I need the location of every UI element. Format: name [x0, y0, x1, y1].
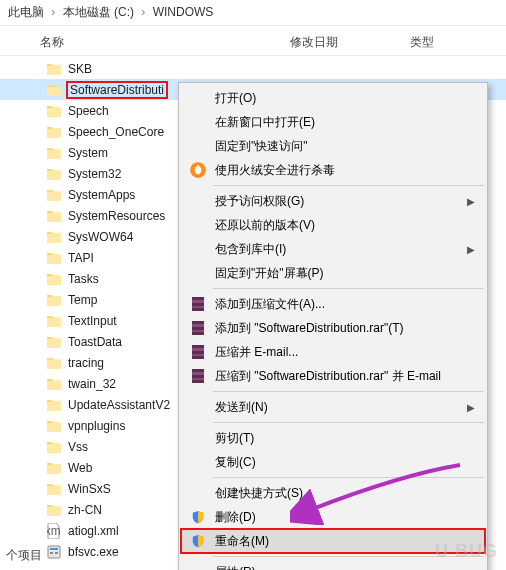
- file-name-label: SoftwareDistributi: [66, 81, 168, 99]
- menu-separator: [213, 477, 484, 478]
- folder-icon: [46, 187, 62, 203]
- huorong-icon: [189, 161, 207, 179]
- menu-restore-previous[interactable]: 还原以前的版本(V): [181, 213, 485, 237]
- folder-icon: [46, 145, 62, 161]
- menu-pin-quick-access[interactable]: 固定到"快速访问": [181, 134, 485, 158]
- menu-add-archive[interactable]: 添加到压缩文件(A)...: [181, 292, 485, 316]
- menu-grant-access[interactable]: 授予访问权限(G)▶: [181, 189, 485, 213]
- breadcrumb-seg-1[interactable]: 此电脑: [8, 5, 44, 19]
- svg-rect-2: [50, 548, 58, 550]
- rar-icon: [189, 343, 207, 361]
- menu-send-to[interactable]: 发送到(N)▶: [181, 395, 485, 419]
- folder-icon: [46, 229, 62, 245]
- submenu-arrow-icon: ▶: [467, 244, 475, 255]
- file-name-label: Web: [68, 461, 92, 475]
- menu-rename[interactable]: 重命名(M): [181, 529, 485, 553]
- menu-compress-email-named[interactable]: 压缩到 "SoftwareDistribution.rar" 并 E-mail: [181, 364, 485, 388]
- file-name-label: UpdateAssistantV2: [68, 398, 170, 412]
- submenu-arrow-icon: ▶: [467, 196, 475, 207]
- menu-cut[interactable]: 剪切(T): [181, 426, 485, 450]
- file-name-label: twain_32: [68, 377, 116, 391]
- folder-icon: [46, 481, 62, 497]
- file-name-label: zh-CN: [68, 503, 102, 517]
- folder-icon: [46, 292, 62, 308]
- svg-rect-13: [192, 332, 204, 335]
- menu-properties[interactable]: 属性(R): [181, 560, 485, 570]
- menu-delete[interactable]: 删除(D): [181, 505, 485, 529]
- svg-rect-1: [48, 546, 60, 558]
- menu-copy[interactable]: 复制(C): [181, 450, 485, 474]
- menu-separator: [213, 288, 484, 289]
- file-name-label: vpnplugins: [68, 419, 125, 433]
- col-name[interactable]: 名称: [0, 34, 290, 51]
- chevron-right-icon: ›: [51, 5, 55, 19]
- folder-icon: [46, 166, 62, 182]
- rar-icon: [189, 295, 207, 313]
- menu-create-shortcut[interactable]: 创建快捷方式(S): [181, 481, 485, 505]
- menu-huorong-scan[interactable]: 使用火绒安全进行杀毒: [181, 158, 485, 182]
- breadcrumb-seg-3[interactable]: WINDOWS: [153, 5, 214, 19]
- svg-rect-21: [192, 380, 204, 383]
- file-name-label: Tasks: [68, 272, 99, 286]
- folder-icon: [46, 82, 62, 98]
- menu-compress-email[interactable]: 压缩并 E-mail...: [181, 340, 485, 364]
- folder-icon: [46, 271, 62, 287]
- svg-rect-15: [192, 345, 204, 348]
- menu-include-library[interactable]: 包含到库中(I)▶: [181, 237, 485, 261]
- file-name-label: bfsvc.exe: [68, 545, 119, 559]
- svg-rect-16: [192, 351, 204, 354]
- folder-icon: [46, 439, 62, 455]
- file-name-label: atiogl.xml: [68, 524, 119, 538]
- col-date[interactable]: 修改日期: [290, 34, 410, 51]
- file-name-label: Vss: [68, 440, 88, 454]
- svg-rect-4: [55, 552, 58, 554]
- svg-text:xml: xml: [47, 524, 61, 538]
- folder-icon: [46, 103, 62, 119]
- status-bar: 个项目: [6, 547, 42, 564]
- rar-icon: [189, 367, 207, 385]
- file-name-label: System32: [68, 167, 121, 181]
- shield-icon: [189, 532, 207, 550]
- menu-separator: [213, 422, 484, 423]
- file-name-label: tracing: [68, 356, 104, 370]
- file-name-label: System: [68, 146, 108, 160]
- file-name-label: Speech: [68, 104, 109, 118]
- folder-icon: [46, 418, 62, 434]
- submenu-arrow-icon: ▶: [467, 402, 475, 413]
- shield-icon: [189, 508, 207, 526]
- folder-icon: [46, 250, 62, 266]
- svg-rect-12: [192, 327, 204, 330]
- file-name-label: ToastData: [68, 335, 122, 349]
- file-name-label: TAPI: [68, 251, 94, 265]
- folder-icon: [46, 502, 62, 518]
- file-name-label: Speech_OneCore: [68, 125, 164, 139]
- folder-icon: [46, 355, 62, 371]
- breadcrumb-seg-2[interactable]: 本地磁盘 (C:): [63, 5, 134, 19]
- menu-add-archive-named[interactable]: 添加到 "SoftwareDistribution.rar"(T): [181, 316, 485, 340]
- rar-icon: [189, 319, 207, 337]
- folder-icon: [46, 376, 62, 392]
- menu-open-new-window[interactable]: 在新窗口中打开(E): [181, 110, 485, 134]
- svg-rect-17: [192, 356, 204, 359]
- menu-open[interactable]: 打开(O): [181, 86, 485, 110]
- folder-icon: [46, 313, 62, 329]
- folder-icon: [46, 208, 62, 224]
- svg-rect-20: [192, 375, 204, 378]
- menu-separator: [213, 556, 484, 557]
- file-name-label: WinSxS: [68, 482, 111, 496]
- svg-rect-3: [50, 552, 53, 554]
- menu-pin-start[interactable]: 固定到"开始"屏幕(P): [181, 261, 485, 285]
- file-icon: xml: [46, 523, 62, 539]
- file-name-label: TextInput: [68, 314, 117, 328]
- svg-rect-7: [192, 297, 204, 300]
- folder-icon: [46, 61, 62, 77]
- col-type[interactable]: 类型: [410, 34, 506, 51]
- folder-icon: [46, 334, 62, 350]
- chevron-right-icon: ›: [141, 5, 145, 19]
- svg-rect-11: [192, 321, 204, 324]
- file-row[interactable]: SKB: [0, 58, 506, 79]
- file-name-label: Temp: [68, 293, 97, 307]
- breadcrumb[interactable]: 此电脑 › 本地磁盘 (C:) › WINDOWS: [0, 0, 506, 26]
- svg-rect-8: [192, 303, 204, 306]
- folder-icon: [46, 397, 62, 413]
